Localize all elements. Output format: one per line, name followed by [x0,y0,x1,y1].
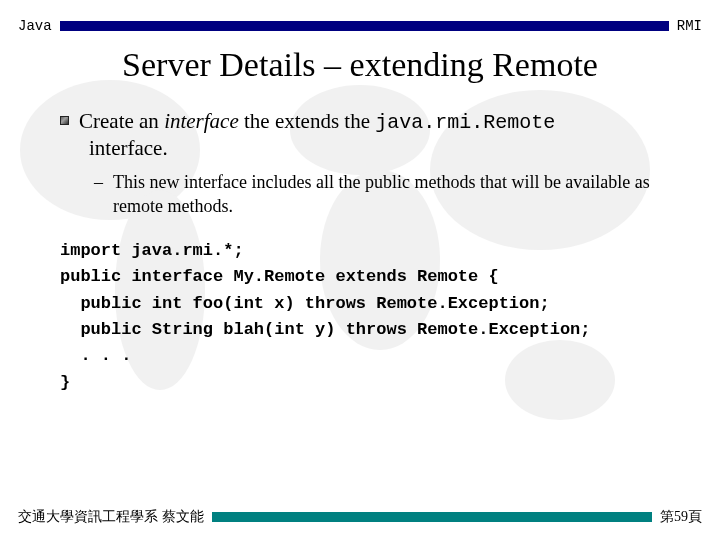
header-divider-bar [60,21,669,31]
bullet-text-line2: interface. [89,135,168,161]
bullet-pre: Create an [79,109,164,133]
bullet-item: Create an interface the extends the java… [60,108,670,161]
footer-left-label: 交通大學資訊工程學系 蔡文能 [18,508,204,526]
header-right-label: RMI [677,18,702,34]
slide-footer: 交通大學資訊工程學系 蔡文能 第59頁 [0,508,720,526]
bullet-mid: the extends the [239,109,375,133]
square-bullet-icon [60,116,69,125]
footer-divider-bar [212,512,653,522]
sub-bullet-text: This new interface includes all the publ… [113,171,670,218]
dash-bullet-icon: – [94,171,103,194]
footer-page-number: 第59頁 [660,508,702,526]
slide-content: Create an interface the extends the java… [0,98,720,396]
bullet-italic: interface [164,109,239,133]
sub-bullet-item: – This new interface includes all the pu… [94,171,670,218]
code-block: import java.rmi.*; public interface My.R… [60,238,670,396]
slide-title: Server Details – extending Remote [0,38,720,98]
bullet-text: Create an interface the extends the java… [79,108,555,135]
slide-header: Java RMI [0,0,720,38]
header-left-label: Java [18,18,52,34]
bullet-mono: java.rmi.Remote [375,111,555,134]
